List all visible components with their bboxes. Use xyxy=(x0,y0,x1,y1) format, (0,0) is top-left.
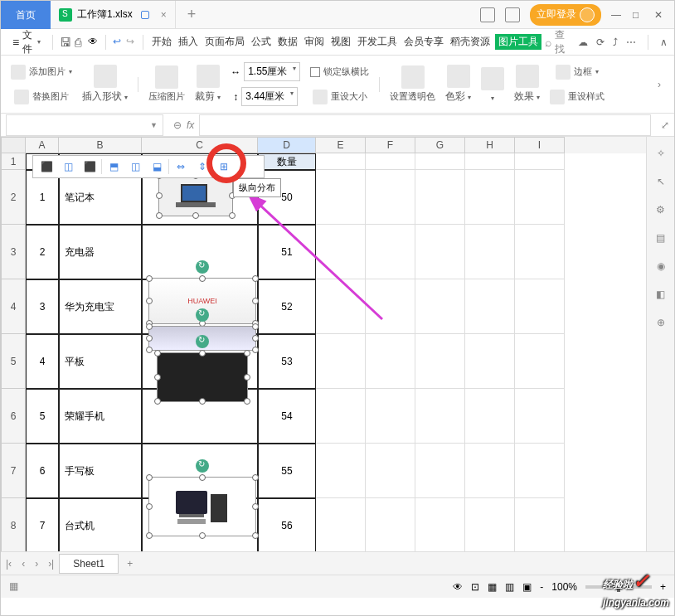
col-header[interactable]: I xyxy=(515,137,565,153)
formula-input[interactable] xyxy=(199,114,651,136)
cell[interactable]: 5 xyxy=(26,389,59,444)
compress-image-button[interactable]: 压缩图片 xyxy=(145,65,188,103)
row-header[interactable]: 4 xyxy=(1,279,26,334)
sync-icon[interactable]: ⟳ xyxy=(596,36,605,48)
rotate-handle[interactable] xyxy=(196,459,209,473)
col-header[interactable]: B xyxy=(59,137,142,153)
home-tab[interactable]: 首页 xyxy=(1,1,51,29)
login-button[interactable]: 立即登录 xyxy=(530,4,601,26)
zoom-out-button[interactable]: - xyxy=(540,581,543,593)
col-header[interactable]: A xyxy=(26,137,59,153)
cell[interactable]: 3 xyxy=(26,279,59,334)
replace-image-button[interactable]: 替换图片 xyxy=(14,85,69,109)
file-menu[interactable]: 文件 ▾ xyxy=(7,28,46,56)
insert-shape-button[interactable]: 插入形状 ▾ xyxy=(79,65,131,104)
col-header[interactable]: C xyxy=(142,137,258,153)
cell[interactable]: 55 xyxy=(258,444,316,498)
cell[interactable]: 6 xyxy=(26,444,59,498)
sp-backup-icon[interactable]: ◉ xyxy=(653,258,669,274)
sp-style-icon[interactable]: ◧ xyxy=(653,286,669,303)
expand-formula-icon[interactable]: ⤢ xyxy=(656,119,674,131)
menu-insert[interactable]: 插入 xyxy=(177,35,200,49)
cell[interactable]: 53 xyxy=(258,334,316,389)
menu-formula[interactable]: 公式 xyxy=(250,35,273,49)
sheet-nav-first[interactable]: |‹ xyxy=(1,558,17,570)
layout-icon-1[interactable] xyxy=(480,7,495,22)
sheet-nav-prev[interactable]: ‹ xyxy=(17,558,30,570)
new-tab-button[interactable]: + xyxy=(176,6,208,23)
rotate-handle[interactable] xyxy=(196,335,209,348)
row-header[interactable]: 6 xyxy=(1,389,26,444)
save-icon[interactable] xyxy=(60,36,71,49)
distribute-h-icon[interactable]: ⇔ xyxy=(171,157,191,177)
crop-button[interactable]: 裁剪 ▾ xyxy=(192,65,224,104)
sb-focus-icon[interactable]: ⊡ xyxy=(471,581,479,593)
share-icon[interactable]: ⤴ xyxy=(613,36,618,48)
sp-settings-icon[interactable]: ⚙ xyxy=(653,201,669,218)
border-button[interactable]: 边框▾ xyxy=(556,61,599,84)
sb-view-normal-icon[interactable]: ▦ xyxy=(488,581,497,593)
sp-help-icon[interactable]: ⊕ xyxy=(653,314,669,331)
cell[interactable] xyxy=(515,153,565,170)
cell[interactable]: 华为充电宝 xyxy=(59,279,142,334)
image-tablet[interactable] xyxy=(157,352,248,402)
redo-icon[interactable] xyxy=(126,36,136,49)
sheet-nav-next[interactable]: › xyxy=(30,558,43,570)
close-window-button[interactable]: ✕ xyxy=(654,9,666,21)
align-left-icon[interactable]: ⬛ xyxy=(36,157,56,177)
add-image-button[interactable]: 添加图片▾ xyxy=(11,61,72,84)
cell[interactable]: 51 xyxy=(258,225,316,279)
cell[interactable]: 平板 xyxy=(59,334,142,389)
ribbon-more-icon[interactable]: › xyxy=(658,79,668,90)
lock-ratio-checkbox[interactable] xyxy=(310,67,320,77)
col-header[interactable]: D xyxy=(258,137,316,153)
align-right-icon[interactable]: ⬛ xyxy=(80,157,100,177)
fx-icon[interactable]: fx xyxy=(187,119,194,131)
menu-member[interactable]: 会员专享 xyxy=(402,35,445,49)
sb-view-page-icon[interactable]: ▣ xyxy=(522,581,532,593)
align-top-icon[interactable]: ⬒ xyxy=(104,157,124,177)
rotate-handle[interactable] xyxy=(196,260,209,274)
group-icon[interactable]: ⊞ xyxy=(214,157,234,177)
transparency-button[interactable]: 设置透明色 xyxy=(386,65,439,103)
reset-size-button[interactable]: 重设大小 xyxy=(313,85,367,109)
cell[interactable]: 52 xyxy=(258,279,316,334)
cell[interactable] xyxy=(316,153,366,170)
cell[interactable] xyxy=(465,153,515,170)
menu-review[interactable]: 审阅 xyxy=(303,35,326,49)
cell[interactable]: 台式机 xyxy=(59,498,142,551)
col-header[interactable]: F xyxy=(366,137,415,153)
sp-layers-icon[interactable]: ▤ xyxy=(653,230,669,246)
rotate-handle[interactable] xyxy=(196,308,209,322)
print-preview-icon[interactable]: 👁 xyxy=(88,36,98,49)
more-icon[interactable]: ⋯ xyxy=(626,36,636,48)
zoom-level[interactable]: 100% xyxy=(551,581,577,593)
cell[interactable]: 充电器 xyxy=(59,225,142,279)
color-button[interactable]: 色彩 ▾ xyxy=(442,65,474,104)
search-box[interactable]: 查找 xyxy=(545,28,568,56)
cell[interactable]: 手写板 xyxy=(59,444,142,498)
col-header[interactable]: H xyxy=(465,137,515,153)
minimize-button[interactable]: — xyxy=(611,9,623,21)
select-all-corner[interactable] xyxy=(1,137,26,153)
col-header[interactable]: G xyxy=(415,137,465,153)
width-input[interactable]: 1.55厘米▾ xyxy=(244,62,300,81)
cell-header-qty[interactable]: 数量 xyxy=(258,153,316,170)
row-header[interactable]: 3 xyxy=(1,225,26,279)
sb-eye-icon[interactable]: 👁 xyxy=(453,581,463,593)
col-header[interactable]: E xyxy=(316,137,366,153)
collapse-ribbon-icon[interactable]: ∧ xyxy=(660,36,668,48)
sp-assist-icon[interactable]: ✧ xyxy=(653,145,669,162)
sheet-nav-last[interactable]: ›| xyxy=(43,558,59,570)
menu-start[interactable]: 开始 xyxy=(150,35,173,49)
sb-area-icon[interactable] xyxy=(9,580,22,594)
height-input[interactable]: 3.44厘米▾ xyxy=(241,87,298,106)
sb-view-layout-icon[interactable]: ▥ xyxy=(505,581,514,593)
sp-select-icon[interactable]: ↖ xyxy=(653,173,669,190)
row-header[interactable]: 1 xyxy=(1,153,26,170)
align-center-h-icon[interactable]: ◫ xyxy=(58,157,78,177)
undo-icon[interactable] xyxy=(113,36,123,49)
image-laptop[interactable] xyxy=(158,175,233,216)
maximize-button[interactable]: □ xyxy=(633,9,644,21)
fx-cancel-icon[interactable] xyxy=(173,119,182,131)
